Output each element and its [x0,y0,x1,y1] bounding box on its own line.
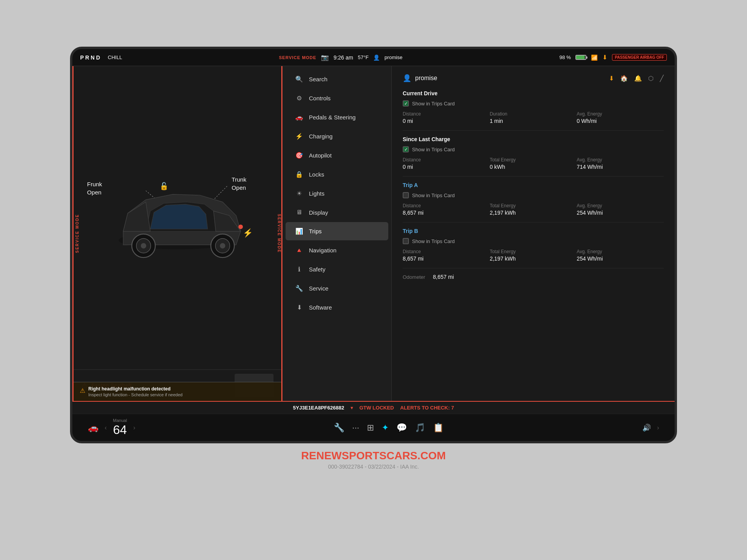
speed-mode-label: Manual [113,418,127,423]
warning-icon: ⚠ [80,387,85,394]
current-drive-energy: Avg. Energy 0 Wh/mi [577,111,664,124]
prev-chevron[interactable]: ‹ [105,424,107,431]
camera-icon: 📷 [321,54,329,61]
menu-label-pedals: Pedals & Steering [309,114,356,121]
trip-a-avg-energy-value: 254 Wh/mi [577,210,664,216]
menu-item-autopilot[interactable]: 🎯 Autopilot [286,146,388,164]
status-bar-center: SERVICE MODE 📷 9:26 am 57°F 👤 promise [279,54,403,61]
controls-icon: ⚙ [295,94,303,102]
trip-a-total-energy-label: Total Energy [490,203,577,208]
taskbar: 🚗 ‹ Manual 64 › 🔧 ··· ⊞ ✦ 💬 🎵 📋 🔊 › [72,414,675,441]
svg-text:🔓: 🔓 [160,182,169,191]
car-visualization: Frunk Open Trunk Open 🔓 [74,66,281,369]
trip-b-checkbox[interactable] [403,238,409,244]
since-last-charge-stats: Distance 0 mi Total Energy 0 kWh Avg. En… [403,157,664,170]
message-icon[interactable]: 💬 [396,423,407,433]
volume-chevron[interactable]: › [657,424,659,431]
wrench-icon[interactable]: 🔧 [334,423,344,433]
watermark-info: 000-39022784 - 03/22/2024 - IAA Inc. [301,464,446,470]
menu-label-service: Service [309,285,328,292]
since-last-charge-checkbox[interactable] [403,146,409,152]
status-user: promise [384,54,402,60]
svg-text:Trunk: Trunk [231,176,246,183]
current-drive-checkbox-row[interactable]: Show in Trips Card [403,100,664,107]
menu-item-display[interactable]: 🖥 Display [286,203,388,221]
passenger-airbag-warning: PASSENGER AIRBAG OFF [612,54,667,61]
menu-label-charging: Charging [309,133,333,140]
service-mode-badge: SERVICE MODE [279,55,316,60]
user-icon: 👤 [373,54,380,61]
music-icon[interactable]: 🎵 [415,423,425,433]
svg-point-10 [141,243,146,248]
locks-icon: 🔒 [295,171,303,178]
software-icon: ⬇ [295,304,303,311]
next-chevron[interactable]: › [133,424,135,431]
download-status-icon: ⬇ [609,75,614,82]
warning-row: ⚠ Right headlight malfunction detected I… [80,386,275,397]
trip-a-distance-value: 8,657 mi [403,210,490,216]
trip-a-checkbox-row[interactable]: Show in Trips Card [403,192,664,198]
more-icon[interactable]: ··· [352,423,359,433]
service-mode-right: SERVICE MODE [277,214,281,253]
distance-label: Distance [403,111,490,117]
distance-value: 0 mi [403,118,490,124]
menu-item-trips[interactable]: 📊 Trips [286,222,388,240]
menu-panel: 🔍 Search ⚙ Controls 🚗 Pedals & Steering … [282,66,391,401]
trip-b-checkbox-label: Show in Trips Card [412,238,455,244]
trip-a-avg-energy: Avg. Energy 254 Wh/mi [577,203,664,216]
menu-item-lights[interactable]: ☀ Lights [286,184,388,203]
trip-a-section: Trip A Show in Trips Card Distance 8,657… [403,182,664,216]
current-drive-stats: Distance 0 mi Duration 1 min Avg. Energy… [403,111,664,124]
since-last-charge-checkbox-label: Show in Trips Card [412,147,455,152]
menu-item-controls[interactable]: ⚙ Controls [286,89,388,107]
divider-1 [403,130,664,131]
menu-item-software[interactable]: ⬇ Software [286,298,388,317]
alert-bar: 5YJ3E1EA8PF626882 ▾ GTW LOCKED ALERTS TO… [72,401,675,414]
calendar-icon[interactable]: 📋 [433,423,444,433]
car-status-icon[interactable]: 🚗 [88,423,98,433]
pedals-icon: 🚗 [295,114,303,121]
duration-value: 1 min [490,118,577,124]
warning-title: Right headlight malfunction detected [88,386,182,392]
menu-label-controls: Controls [309,95,331,102]
since-last-charge-checkbox-row[interactable]: Show in Trips Card [403,146,664,152]
screen-container: P R N D CHILL SERVICE MODE 📷 9:26 am 57°… [70,47,677,443]
outer-wrapper: P R N D CHILL SERVICE MODE 📷 9:26 am 57°… [43,47,704,513]
since-last-charge-section: Since Last Charge Show in Trips Card Dis… [403,136,664,170]
speed-display: Manual 64 [113,418,127,437]
trip-b-total-energy-value: 2,197 kWh [490,256,577,262]
svg-point-13 [220,243,225,248]
menu-item-charging[interactable]: ⚡ Charging [286,127,388,145]
menu-item-service[interactable]: 🔧 Service [286,279,388,298]
menu-item-locks[interactable]: 🔒 Locks [286,165,388,184]
slc-avg-energy-label: Avg. Energy [577,157,664,163]
left-panel: SERVICE MODE Frunk Open Trunk Open [72,66,282,401]
speed-value: 64 [113,423,127,437]
trip-b-checkbox-row[interactable]: Show in Trips Card [403,238,664,244]
bluetooth-taskbar-icon[interactable]: ✦ [382,423,389,433]
divider-4 [403,268,664,268]
signal-icon: 📶 [591,54,598,61]
current-drive-section: Current Drive Show in Trips Card Distanc… [403,90,664,124]
current-drive-checkbox[interactable] [403,100,409,107]
duration-label: Duration [490,111,577,117]
menu-label-navigation: Navigation [309,247,337,254]
battery-percent: 98 % [559,54,571,60]
odometer-value: 8,657 mi [433,274,454,280]
trip-a-checkbox[interactable] [403,192,409,198]
grid-icon[interactable]: ⊞ [367,423,374,433]
watermark: RENEWSPORTSCARS.COM 000-39022784 - 03/22… [301,450,446,470]
status-temp: 57°F [358,54,369,60]
menu-item-pedals[interactable]: 🚗 Pedals & Steering [286,108,388,126]
odometer-label: Odometer [403,274,425,280]
user-profile-icon: 👤 [403,74,411,82]
menu-item-search[interactable]: 🔍 Search [286,70,388,88]
watermark-renew: RENEW [301,450,342,462]
trip-a-avg-energy-label: Avg. Energy [577,203,664,208]
trip-b-total-energy-label: Total Energy [490,249,577,254]
menu-item-safety[interactable]: ℹ Safety [286,260,388,278]
user-header: 👤 promise ⬇ 🏠 🔔 ⬡ ╱ [403,74,664,82]
menu-item-navigation[interactable]: 🔺 Navigation [286,241,388,259]
svg-text:Open: Open [231,184,246,191]
volume-icon[interactable]: 🔊 [642,424,651,432]
